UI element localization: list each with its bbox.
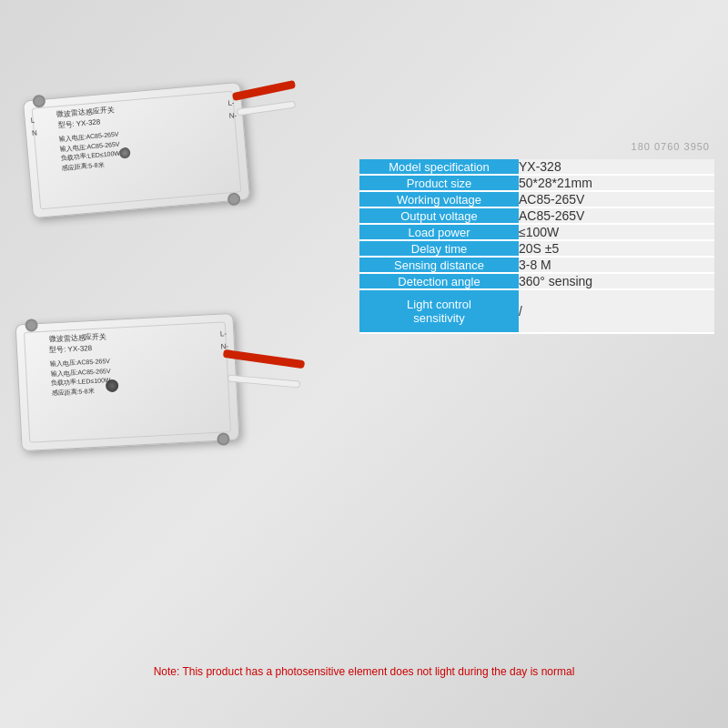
spec-value-2: AC85-265V <box>519 191 714 207</box>
spec-row-0: Model specificationYX-328 <box>359 159 714 175</box>
wire-red-top <box>232 80 296 101</box>
spec-row-4: Load power≤100W <box>359 224 714 240</box>
connector-labels-top: L- N- <box>228 96 238 123</box>
spec-label-8: Light controlsensitivity <box>359 289 519 333</box>
spec-label-4: Load power <box>359 224 519 240</box>
device-bottom-image: 微波雷达感应开关 型号: YX-328 输入电压:AC85-265V 输入电压:… <box>15 313 240 451</box>
spec-label-3: Output voltage <box>359 207 519 224</box>
spec-label-0: Model specification <box>359 159 519 175</box>
spec-value-7: 360° sensing <box>519 273 714 289</box>
device-top-image: 微波雷达感应开关 型号: YX-328 输入电压:AC85-265V 输入电压:… <box>23 82 250 218</box>
spec-value-8: / <box>519 289 714 333</box>
spec-value-5: 20S ±5 <box>519 240 714 257</box>
spec-row-1: Product size50*28*21mm <box>359 175 714 191</box>
spec-label-1: Product size <box>359 175 519 191</box>
watermark: 180 0760 3950 <box>632 141 710 152</box>
spec-row-8: Light controlsensitivity/ <box>359 289 714 333</box>
note-text: Note: This product has a photosensitive … <box>27 665 701 678</box>
spec-value-4: ≤100W <box>519 224 714 240</box>
device-top-title: 微波雷达感应开关 型号: YX-328 输入电压:AC85-265V 输入电压:… <box>56 105 122 173</box>
mount-hole-bottom-b <box>217 432 230 446</box>
spec-row-2: Working voltageAC85-265V <box>359 191 714 207</box>
device-bottom-title: 微波雷达感应开关 型号: YX-328 输入电压:AC85-265V 输入电压:… <box>48 331 112 398</box>
spec-row-5: Delay time20S ±5 <box>359 240 714 257</box>
page-background: 180 0760 3950 微波雷达感应开关 型号: YX-328 输入电压:A… <box>0 0 728 728</box>
spec-label-6: Sensing distance <box>359 257 519 273</box>
wire-white-bottom <box>228 375 300 389</box>
spec-row-3: Output voltageAC85-265V <box>359 207 714 224</box>
connector-labels-left: L N <box>30 115 37 141</box>
spec-value-0: YX-328 <box>519 159 714 175</box>
specs-table: Model specificationYX-328Product size50*… <box>359 159 714 334</box>
spec-label-5: Delay time <box>359 240 519 257</box>
spec-label-2: Working voltage <box>359 191 519 207</box>
mount-hole-top-b <box>25 318 38 332</box>
mount-hole-bottom <box>228 192 241 206</box>
mount-hole-top <box>32 95 46 108</box>
spec-row-6: Sensing distance3-8 M <box>359 257 714 273</box>
spec-row-7: Detection angle360° sensing <box>359 273 714 289</box>
spec-value-1: 50*28*21mm <box>519 175 714 191</box>
wire-white-top <box>237 101 296 116</box>
spec-value-3: AC85-265V <box>519 207 714 224</box>
spec-value-6: 3-8 M <box>519 257 714 273</box>
spec-label-7: Detection angle <box>359 273 519 289</box>
